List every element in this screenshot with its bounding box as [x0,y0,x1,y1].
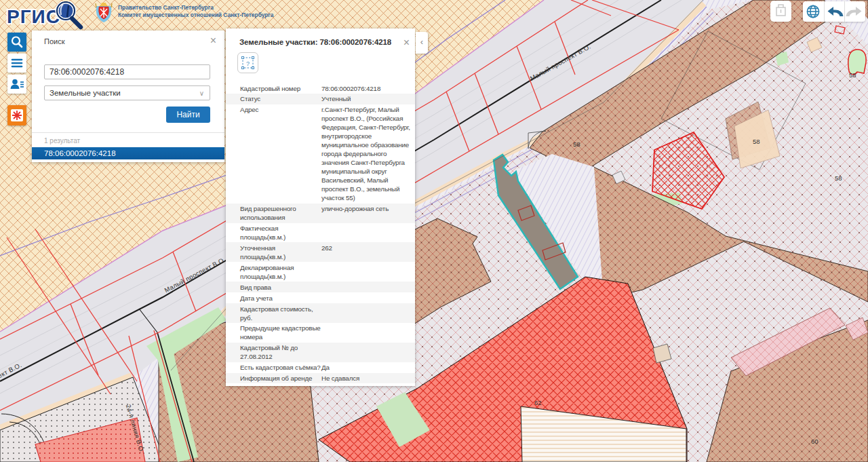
svg-text:62: 62 [534,399,542,406]
svg-text:58: 58 [753,138,760,145]
svg-text:58: 58 [573,140,580,148]
svg-text:60: 60 [811,438,818,445]
svg-text:?: ? [246,60,250,67]
svg-text:РГИС: РГИС [7,6,60,27]
svg-text:58: 58 [849,71,856,79]
svg-text:58: 58 [835,174,842,182]
